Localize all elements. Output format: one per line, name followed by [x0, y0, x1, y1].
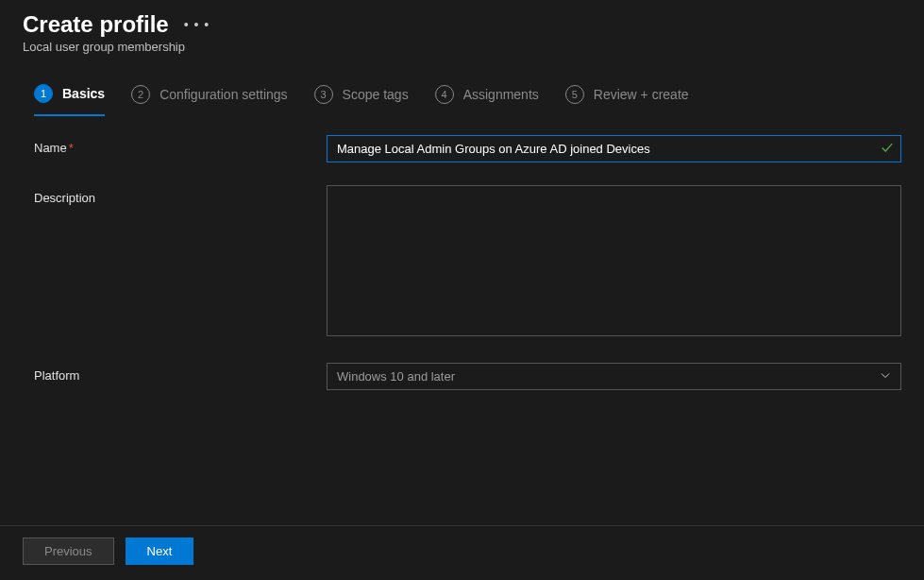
wizard-footer: Previous Next	[0, 525, 924, 580]
page-title: Create profile	[23, 11, 169, 38]
step-number: 4	[435, 85, 454, 104]
platform-value: Windows 10 and later	[337, 369, 455, 384]
previous-button[interactable]: Previous	[23, 537, 114, 565]
step-label: Review + create	[594, 87, 689, 102]
description-row: Description	[34, 185, 901, 340]
step-assignments[interactable]: 4 Assignments	[435, 85, 539, 115]
required-indicator: *	[69, 141, 74, 155]
page-header: Create profile • • • Local user group me…	[0, 0, 924, 61]
platform-label: Platform	[34, 363, 327, 383]
step-review-create[interactable]: 5 Review + create	[565, 85, 689, 115]
step-scope-tags[interactable]: 3 Scope tags	[314, 85, 409, 115]
wizard-steps: 1 Basics 2 Configuration settings 3 Scop…	[0, 61, 924, 116]
description-label: Description	[34, 185, 327, 205]
platform-row: Platform Windows 10 and later	[34, 363, 901, 390]
name-input[interactable]	[327, 135, 901, 162]
more-options-icon[interactable]: • • •	[184, 17, 210, 32]
page-subtitle: Local user group membership	[23, 40, 901, 54]
step-number: 5	[565, 85, 584, 104]
form-area: Name* Description Platform Windows 10 an…	[0, 116, 924, 435]
step-label: Assignments	[463, 87, 539, 102]
name-label: Name*	[34, 135, 327, 155]
chevron-down-icon	[880, 369, 891, 384]
step-number: 2	[131, 85, 150, 104]
step-label: Scope tags	[343, 87, 409, 102]
platform-dropdown[interactable]: Windows 10 and later	[327, 363, 901, 390]
next-button[interactable]: Next	[126, 537, 194, 565]
step-basics[interactable]: 1 Basics	[34, 84, 105, 116]
step-number: 3	[314, 85, 333, 104]
name-label-text: Name	[34, 141, 67, 155]
step-configuration-settings[interactable]: 2 Configuration settings	[131, 85, 287, 115]
name-row: Name*	[34, 135, 901, 162]
step-number: 1	[34, 84, 53, 103]
step-label: Basics	[62, 86, 105, 101]
description-input[interactable]	[327, 185, 901, 336]
step-label: Configuration settings	[160, 87, 287, 102]
